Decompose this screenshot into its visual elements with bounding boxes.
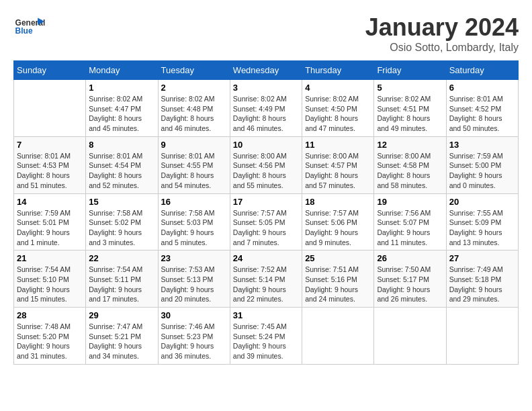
calendar-cell xyxy=(302,308,374,365)
calendar-cell: 4Sunrise: 8:02 AMSunset: 4:50 PMDaylight… xyxy=(302,80,374,137)
calendar-cell: 19Sunrise: 7:56 AMSunset: 5:07 PMDayligh… xyxy=(374,193,446,250)
calendar-cell: 12Sunrise: 8:00 AMSunset: 4:58 PMDayligh… xyxy=(374,136,446,193)
header: General Blue January 2024 Osio Sotto, Lo… xyxy=(13,13,519,54)
weekday-header-row: Sunday Monday Tuesday Wednesday Thursday… xyxy=(14,61,519,80)
day-number: 31 xyxy=(233,310,299,320)
day-info: Sunrise: 8:01 AMSunset: 4:54 PMDaylight:… xyxy=(89,151,154,191)
day-info: Sunrise: 7:59 AMSunset: 5:01 PMDaylight:… xyxy=(17,208,83,248)
header-wednesday: Wednesday xyxy=(230,61,302,80)
calendar-cell: 30Sunrise: 7:46 AMSunset: 5:23 PMDayligh… xyxy=(158,308,230,365)
calendar-cell xyxy=(14,80,86,137)
day-info: Sunrise: 7:49 AMSunset: 5:18 PMDaylight:… xyxy=(449,265,515,304)
calendar-cell: 21Sunrise: 7:54 AMSunset: 5:10 PMDayligh… xyxy=(14,250,86,308)
calendar-cell: 5Sunrise: 8:02 AMSunset: 4:51 PMDaylight… xyxy=(374,80,446,137)
day-number: 20 xyxy=(449,197,515,207)
calendar-cell: 28Sunrise: 7:48 AMSunset: 5:20 PMDayligh… xyxy=(14,308,86,365)
calendar-cell: 8Sunrise: 8:01 AMSunset: 4:54 PMDaylight… xyxy=(86,136,158,193)
calendar-cell xyxy=(446,308,518,365)
calendar-week-row: 1Sunrise: 8:02 AMSunset: 4:47 PMDaylight… xyxy=(14,80,519,137)
calendar-cell: 26Sunrise: 7:50 AMSunset: 5:17 PMDayligh… xyxy=(374,250,446,308)
header-sunday: Sunday xyxy=(14,61,86,80)
day-info: Sunrise: 7:57 AMSunset: 5:06 PMDaylight:… xyxy=(305,208,371,248)
day-info: Sunrise: 7:51 AMSunset: 5:16 PMDaylight:… xyxy=(305,265,371,304)
day-number: 29 xyxy=(89,310,154,320)
calendar-cell: 9Sunrise: 8:01 AMSunset: 4:55 PMDaylight… xyxy=(158,136,230,193)
day-info: Sunrise: 8:02 AMSunset: 4:48 PMDaylight:… xyxy=(161,94,227,134)
day-info: Sunrise: 8:00 AMSunset: 4:57 PMDaylight:… xyxy=(305,151,371,191)
day-number: 5 xyxy=(377,83,443,93)
calendar-cell: 1Sunrise: 8:02 AMSunset: 4:47 PMDaylight… xyxy=(86,80,158,137)
day-info: Sunrise: 7:58 AMSunset: 5:02 PMDaylight:… xyxy=(89,208,154,248)
day-number: 13 xyxy=(449,140,515,150)
header-friday: Friday xyxy=(374,61,446,80)
day-info: Sunrise: 8:01 AMSunset: 4:53 PMDaylight:… xyxy=(17,151,83,191)
day-info: Sunrise: 7:54 AMSunset: 5:11 PMDaylight:… xyxy=(89,265,154,304)
calendar-cell: 2Sunrise: 8:02 AMSunset: 4:48 PMDaylight… xyxy=(158,80,230,137)
calendar-cell: 18Sunrise: 7:57 AMSunset: 5:06 PMDayligh… xyxy=(302,193,374,250)
day-info: Sunrise: 7:57 AMSunset: 5:05 PMDaylight:… xyxy=(233,208,299,248)
day-info: Sunrise: 7:46 AMSunset: 5:23 PMDaylight:… xyxy=(161,322,227,361)
title-area: January 2024 Osio Sotto, Lombardy, Italy xyxy=(365,13,519,54)
calendar-cell: 7Sunrise: 8:01 AMSunset: 4:53 PMDaylight… xyxy=(14,136,86,193)
calendar-cell: 16Sunrise: 7:58 AMSunset: 5:03 PMDayligh… xyxy=(158,193,230,250)
calendar-cell: 20Sunrise: 7:55 AMSunset: 5:09 PMDayligh… xyxy=(446,193,518,250)
calendar-cell xyxy=(374,308,446,365)
day-number: 25 xyxy=(305,253,371,263)
day-info: Sunrise: 7:48 AMSunset: 5:20 PMDaylight:… xyxy=(17,322,83,361)
calendar-cell: 6Sunrise: 8:01 AMSunset: 4:52 PMDaylight… xyxy=(446,80,518,137)
day-number: 30 xyxy=(161,310,227,320)
day-info: Sunrise: 7:45 AMSunset: 5:24 PMDaylight:… xyxy=(233,322,299,361)
header-thursday: Thursday xyxy=(302,61,374,80)
header-saturday: Saturday xyxy=(446,61,518,80)
day-number: 22 xyxy=(89,253,154,263)
day-info: Sunrise: 7:50 AMSunset: 5:17 PMDaylight:… xyxy=(377,265,443,304)
day-info: Sunrise: 8:01 AMSunset: 4:52 PMDaylight:… xyxy=(449,94,515,134)
calendar-week-row: 21Sunrise: 7:54 AMSunset: 5:10 PMDayligh… xyxy=(14,250,519,308)
calendar-title: January 2024 xyxy=(365,13,519,42)
calendar-cell: 10Sunrise: 8:00 AMSunset: 4:56 PMDayligh… xyxy=(230,136,302,193)
calendar-cell: 11Sunrise: 8:00 AMSunset: 4:57 PMDayligh… xyxy=(302,136,374,193)
day-number: 16 xyxy=(161,197,227,207)
day-info: Sunrise: 7:58 AMSunset: 5:03 PMDaylight:… xyxy=(161,208,227,248)
day-info: Sunrise: 7:54 AMSunset: 5:10 PMDaylight:… xyxy=(17,265,83,304)
day-info: Sunrise: 8:00 AMSunset: 4:58 PMDaylight:… xyxy=(377,151,443,191)
calendar-week-row: 28Sunrise: 7:48 AMSunset: 5:20 PMDayligh… xyxy=(14,308,519,365)
day-info: Sunrise: 8:02 AMSunset: 4:49 PMDaylight:… xyxy=(233,94,299,134)
day-number: 3 xyxy=(233,83,299,93)
day-info: Sunrise: 8:00 AMSunset: 4:56 PMDaylight:… xyxy=(233,151,299,191)
day-number: 10 xyxy=(233,140,299,150)
calendar-cell: 29Sunrise: 7:47 AMSunset: 5:21 PMDayligh… xyxy=(86,308,158,365)
day-number: 1 xyxy=(89,83,154,93)
day-number: 7 xyxy=(17,140,83,150)
day-number: 6 xyxy=(449,83,515,93)
calendar-cell: 14Sunrise: 7:59 AMSunset: 5:01 PMDayligh… xyxy=(14,193,86,250)
day-number: 8 xyxy=(89,140,154,150)
day-number: 28 xyxy=(17,310,83,320)
calendar-week-row: 14Sunrise: 7:59 AMSunset: 5:01 PMDayligh… xyxy=(14,193,519,250)
day-number: 21 xyxy=(17,253,83,263)
day-number: 24 xyxy=(233,253,299,263)
logo: General Blue xyxy=(13,13,47,40)
day-number: 17 xyxy=(233,197,299,207)
logo-icon: General Blue xyxy=(13,13,47,40)
day-number: 18 xyxy=(305,197,371,207)
calendar-cell: 22Sunrise: 7:54 AMSunset: 5:11 PMDayligh… xyxy=(86,250,158,308)
calendar-subtitle: Osio Sotto, Lombardy, Italy xyxy=(365,42,519,54)
day-number: 14 xyxy=(17,197,83,207)
day-info: Sunrise: 8:02 AMSunset: 4:50 PMDaylight:… xyxy=(305,94,371,134)
day-number: 26 xyxy=(377,253,443,263)
day-info: Sunrise: 8:02 AMSunset: 4:51 PMDaylight:… xyxy=(377,94,443,134)
calendar-cell: 3Sunrise: 8:02 AMSunset: 4:49 PMDaylight… xyxy=(230,80,302,137)
day-number: 12 xyxy=(377,140,443,150)
header-monday: Monday xyxy=(86,61,158,80)
calendar-cell: 25Sunrise: 7:51 AMSunset: 5:16 PMDayligh… xyxy=(302,250,374,308)
day-number: 4 xyxy=(305,83,371,93)
day-info: Sunrise: 7:52 AMSunset: 5:14 PMDaylight:… xyxy=(233,265,299,304)
calendar-cell: 13Sunrise: 7:59 AMSunset: 5:00 PMDayligh… xyxy=(446,136,518,193)
header-tuesday: Tuesday xyxy=(158,61,230,80)
day-number: 11 xyxy=(305,140,371,150)
day-number: 23 xyxy=(161,253,227,263)
calendar-week-row: 7Sunrise: 8:01 AMSunset: 4:53 PMDaylight… xyxy=(14,136,519,193)
day-info: Sunrise: 7:53 AMSunset: 5:13 PMDaylight:… xyxy=(161,265,227,304)
day-number: 19 xyxy=(377,197,443,207)
